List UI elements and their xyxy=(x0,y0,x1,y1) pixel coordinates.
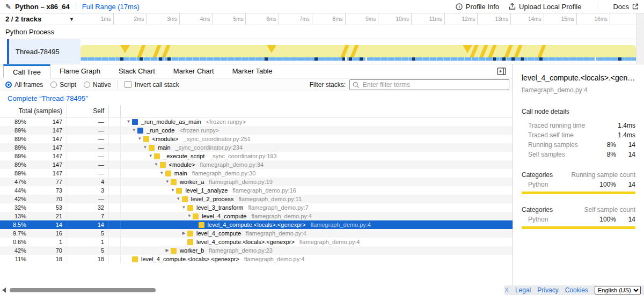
total-samples-cell: 42%70 xyxy=(0,246,67,255)
call-tree-row[interactable]: 89%147—▼_execute_script_sync_coordinator… xyxy=(0,152,513,160)
breadcrumb[interactable]: Complete “Thread-78495” xyxy=(8,94,88,102)
twisty-collapsed-icon[interactable]: ▶ xyxy=(180,229,187,238)
twisty-open-icon[interactable]: ▼ xyxy=(169,186,176,195)
call-tree-row[interactable]: 47%774▼worker_aflamegraph_demo.py:19 xyxy=(0,178,513,186)
marker-slash-icon[interactable] xyxy=(479,45,488,57)
total-percent: 89% xyxy=(0,117,26,126)
tracks-dropdown[interactable]: 2 / 2 tracks ▼ xyxy=(0,13,80,25)
twisty-open-icon[interactable]: ▼ xyxy=(175,195,182,203)
call-tree-row[interactable]: 44%733▼level_1_analyzeflamegraph_demo.py… xyxy=(0,186,513,195)
total-samples-cell: 32%53 xyxy=(0,203,67,212)
marker-triangle-icon[interactable] xyxy=(463,45,472,53)
category-square-icon xyxy=(187,231,193,237)
radio-all-frames[interactable]: All frames xyxy=(5,81,43,88)
scroll-left-arrow-icon[interactable] xyxy=(2,287,6,293)
total-samples-cell: 89%147 xyxy=(0,143,67,152)
icon-cell xyxy=(109,169,121,178)
language-select[interactable]: English (US) xyxy=(595,286,641,294)
twisty-open-icon[interactable]: ▼ xyxy=(153,160,160,169)
call-tree-row[interactable]: 8.5%1414level_4_compute.<locals>.<genexp… xyxy=(0,220,513,229)
function-name: level_4_compute.<locals>.<genexpr> xyxy=(196,238,295,246)
twisty-open-icon[interactable]: ▼ xyxy=(186,212,193,220)
marker-slash-icon[interactable] xyxy=(152,45,161,57)
thread-track-canvas[interactable] xyxy=(80,39,636,64)
call-tree-body: 89%147—▼_run_module_as_main<frozen runpy… xyxy=(0,117,513,263)
call-tree-row[interactable]: 9.7%165▶level_4_computeflamegraph_demo.p… xyxy=(0,229,513,238)
call-tree-row[interactable]: 13%217▼level_4_computeflamegraph_demo.py… xyxy=(0,212,513,220)
call-tree-row[interactable]: 89%147—▼mainflamegraph_demo.py:30 xyxy=(0,169,513,178)
function-file: flamegraph_demo.py:4 xyxy=(251,212,312,220)
call-tree-row[interactable]: 11%1818level_4_compute.<locals>.<genexpr… xyxy=(0,255,513,263)
marker-triangle-icon[interactable] xyxy=(267,45,276,53)
marker-slash-icon[interactable] xyxy=(504,45,513,57)
marker-triangle-icon[interactable] xyxy=(120,45,130,53)
twisty-open-icon[interactable]: ▼ xyxy=(180,203,187,212)
tab-call-tree[interactable]: Call Tree xyxy=(3,64,50,78)
call-tree-row[interactable]: 32%5332▼level_3_transformflamegraph_demo… xyxy=(0,203,513,212)
footer-link-privacy[interactable]: Privacy xyxy=(537,286,558,294)
twisty-collapsed-icon[interactable]: ▶ xyxy=(164,246,171,255)
marker-slash-icon[interactable] xyxy=(137,45,145,57)
tab-stack-chart[interactable]: Stack Chart xyxy=(109,64,164,78)
upload-profile-button[interactable]: Upload Local Profile xyxy=(509,3,581,11)
twisty-open-icon[interactable]: ▼ xyxy=(136,135,143,143)
full-range-link[interactable]: Full Range (17ms) xyxy=(82,3,140,11)
marker-slash-icon[interactable] xyxy=(350,45,358,57)
ruler-tick-label: 16ms xyxy=(595,16,610,22)
total-samples-cell: 13%21 xyxy=(0,212,67,220)
total-percent: 89% xyxy=(0,169,26,178)
sidebar-detail-row: Traced self time1.4ms xyxy=(522,130,635,140)
twisty-open-icon[interactable]: ▼ xyxy=(130,126,137,135)
column-header-total[interactable]: Total (samples) xyxy=(0,105,67,117)
tab-flame-graph[interactable]: Flame Graph xyxy=(50,64,109,78)
tab-marker-table[interactable]: Marker Table xyxy=(223,64,282,78)
twisty-open-icon[interactable]: ▼ xyxy=(164,178,171,186)
function-cell: ▼worker_aflamegraph_demo.py:19 xyxy=(121,178,513,186)
call-tree-row[interactable]: 42%705▶worker_bflamegraph_demo.py:23 xyxy=(0,246,513,255)
sidebar-toggle-button[interactable] xyxy=(497,64,506,78)
radio-icon xyxy=(50,82,57,88)
call-tree-row[interactable]: 89%147—▼<module>flamegraph_demo.py:34 xyxy=(0,160,513,169)
footer-links: XLegalPrivacyCookies xyxy=(504,286,588,294)
call-tree-row[interactable]: 89%147—▼<module>_sync_coordinator.py:251 xyxy=(0,135,513,143)
column-header-self[interactable]: Self xyxy=(67,105,109,117)
thread-track-label[interactable]: Thread-78495 xyxy=(9,39,80,64)
filter-stacks-input[interactable] xyxy=(349,79,509,90)
twisty-open-icon[interactable]: ▼ xyxy=(142,143,149,152)
marker-slash-icon[interactable] xyxy=(488,45,496,57)
sidebar-details: Traced running time1.4msTraced self time… xyxy=(522,121,635,159)
radio-script[interactable]: Script xyxy=(50,81,76,88)
footer-link-cookies[interactable]: Cookies xyxy=(565,286,588,294)
ruler-tick: 9ms xyxy=(346,13,379,25)
profile-name[interactable]: Python – x86_64 xyxy=(15,3,70,11)
call-tree-row[interactable]: 89%147—▼main_sync_coordinator.py:234 xyxy=(0,143,513,152)
marker-slash-icon[interactable] xyxy=(340,45,349,57)
marker-slash-icon[interactable] xyxy=(514,45,522,57)
twisty-open-icon[interactable]: ▼ xyxy=(125,117,132,126)
process-track-header[interactable]: Python Process xyxy=(0,25,636,39)
call-tree-row[interactable]: 0.6%11level_4_compute.<locals>.<genexpr>… xyxy=(0,238,513,246)
marker-slash-icon[interactable] xyxy=(537,45,546,57)
invert-call-stack-toggle[interactable]: Invert call stack xyxy=(125,81,179,88)
docs-link[interactable]: Docs xyxy=(613,3,639,11)
tab-marker-chart[interactable]: Marker Chart xyxy=(164,64,223,78)
marker-slash-icon[interactable] xyxy=(162,45,170,57)
scrollbar-thumb[interactable] xyxy=(10,288,156,292)
total-count: 147 xyxy=(26,117,67,126)
footer-link-x[interactable]: X xyxy=(504,286,509,294)
twisty-open-icon[interactable]: ▼ xyxy=(147,152,154,160)
total-percent: 32% xyxy=(0,203,26,212)
call-tree-row[interactable]: 89%147—▼_run_code<frozen runpy> xyxy=(0,126,513,135)
total-count: 147 xyxy=(26,169,67,178)
sample-gap xyxy=(365,57,367,61)
footer-link-legal[interactable]: Legal xyxy=(515,286,531,294)
call-tree-row[interactable]: 89%147—▼_run_module_as_main<frozen runpy… xyxy=(0,117,513,126)
edit-profile-name-icon[interactable]: ✎ xyxy=(5,3,11,11)
profile-info-button[interactable]: Profile Info xyxy=(456,3,499,11)
invert-call-stack-label: Invert call stack xyxy=(135,81,179,88)
category-value: 14 xyxy=(616,181,635,188)
radio-native[interactable]: Native xyxy=(84,81,111,88)
timeline-ruler[interactable]: 2 / 2 tracks ▼ 1ms2ms3ms4ms5ms6ms7ms8ms9… xyxy=(0,13,644,25)
twisty-open-icon[interactable]: ▼ xyxy=(158,169,165,178)
call-tree-row[interactable]: 42%70—▼level_2_processflamegraph_demo.py… xyxy=(0,195,513,203)
